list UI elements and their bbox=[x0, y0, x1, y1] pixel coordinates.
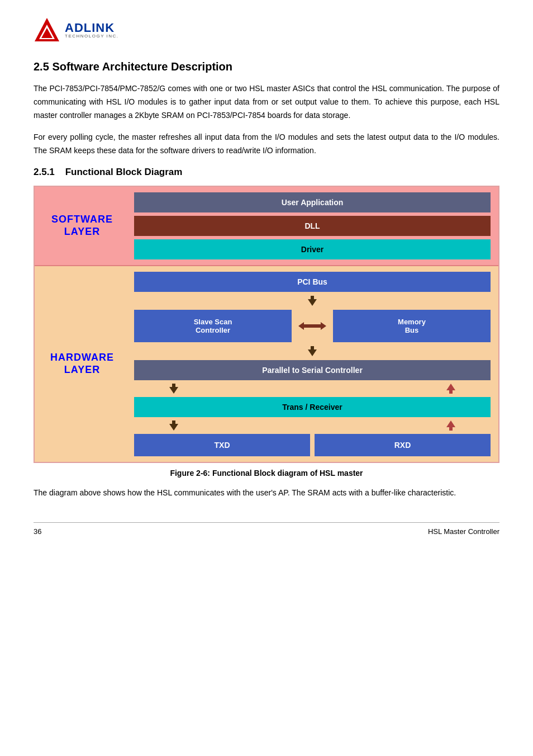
page-footer: 36 HSL Master Controller bbox=[34, 522, 499, 536]
trans-receiver-block: Trans / Receiver bbox=[134, 397, 491, 417]
arrow-parallel-down bbox=[134, 346, 491, 357]
driver-block: Driver bbox=[134, 239, 491, 259]
double-arrow bbox=[296, 310, 329, 342]
arrow-txd-down bbox=[168, 384, 180, 394]
arrow-parallel-icon bbox=[306, 346, 318, 356]
pci-bus-block: PCI Bus bbox=[134, 272, 491, 292]
arrow-rxd2-up bbox=[445, 420, 457, 431]
txd-rxd-row: TXD RXD bbox=[134, 434, 491, 456]
split-arrows-2 bbox=[134, 420, 491, 431]
split-arrows bbox=[134, 384, 491, 394]
rxd-block: RXD bbox=[315, 434, 491, 456]
logo-tagline: TECHNOLOGY INC. bbox=[65, 34, 119, 39]
svg-marker-8 bbox=[169, 420, 178, 431]
software-layer-text: SOFTWARELAYER bbox=[51, 214, 113, 238]
txd-block: TXD bbox=[134, 434, 310, 456]
subsection-number: 2.5.1 bbox=[34, 167, 55, 177]
arrow-pci-icon bbox=[306, 296, 318, 306]
software-layer-row: SOFTWARELAYER User Application DLL Drive… bbox=[35, 187, 498, 266]
svg-marker-4 bbox=[298, 322, 326, 330]
user-application-block: User Application bbox=[134, 192, 491, 212]
memory-bus-text: MemoryBus bbox=[398, 318, 426, 334]
section-heading: Software Architecture Description bbox=[52, 60, 232, 73]
arrow-txd2-down bbox=[168, 420, 180, 431]
svg-marker-3 bbox=[308, 296, 317, 306]
dll-block: DLL bbox=[134, 216, 491, 236]
logo-icon bbox=[34, 17, 60, 44]
hardware-blocks: PCI Bus Slave ScanController bbox=[130, 266, 498, 462]
hardware-layer-row: HARDWARELAYER PCI Bus Slave ScanControll… bbox=[35, 266, 498, 462]
post-diagram-text: The diagram above shows how the HSL comm… bbox=[34, 486, 499, 500]
section-para2: For every polling cycle, the master refr… bbox=[34, 131, 499, 158]
svg-marker-6 bbox=[169, 384, 178, 394]
svg-marker-5 bbox=[308, 346, 317, 356]
hardware-layer-label: HARDWARELAYER bbox=[35, 266, 130, 462]
logo: ADLINK TECHNOLOGY INC. bbox=[34, 17, 119, 44]
section-para1: The PCI-7853/PCI-7854/PMC-7852/G comes w… bbox=[34, 82, 499, 122]
footer-chapter: HSL Master Controller bbox=[428, 527, 499, 536]
functional-block-diagram: SOFTWARELAYER User Application DLL Drive… bbox=[34, 186, 499, 463]
memory-bus-block: MemoryBus bbox=[333, 310, 491, 342]
figure-caption: Figure 2-6: Functional Block diagram of … bbox=[34, 469, 499, 478]
software-layer-label: SOFTWARELAYER bbox=[35, 187, 130, 265]
hardware-layer-text: HARDWARELAYER bbox=[50, 352, 114, 376]
software-blocks: User Application DLL Driver bbox=[130, 187, 498, 265]
subsection-heading: Functional Block Diagram bbox=[65, 167, 183, 177]
svg-marker-9 bbox=[446, 420, 455, 431]
slave-scan-controller-block: Slave ScanController bbox=[134, 310, 292, 342]
arrow-rxd-up bbox=[445, 384, 457, 394]
section-number: 2.5 bbox=[34, 60, 49, 73]
subsection-title: 2.5.1 Functional Block Diagram bbox=[34, 167, 499, 178]
logo-brand: ADLINK bbox=[65, 22, 119, 34]
svg-marker-7 bbox=[446, 384, 455, 394]
page-number: 36 bbox=[34, 527, 41, 536]
slave-scan-text: Slave ScanController bbox=[194, 318, 232, 334]
section-title: 2.5 Software Architecture Description bbox=[34, 60, 499, 73]
logo-text: ADLINK TECHNOLOGY INC. bbox=[65, 22, 119, 39]
arrow-pci-down bbox=[134, 295, 491, 306]
parallel-serial-block: Parallel to Serial Controller bbox=[134, 360, 491, 380]
double-arrow-icon bbox=[298, 318, 326, 334]
page-header: ADLINK TECHNOLOGY INC. bbox=[34, 17, 499, 44]
slave-memory-row: Slave ScanController MemoryBus bbox=[134, 310, 491, 342]
